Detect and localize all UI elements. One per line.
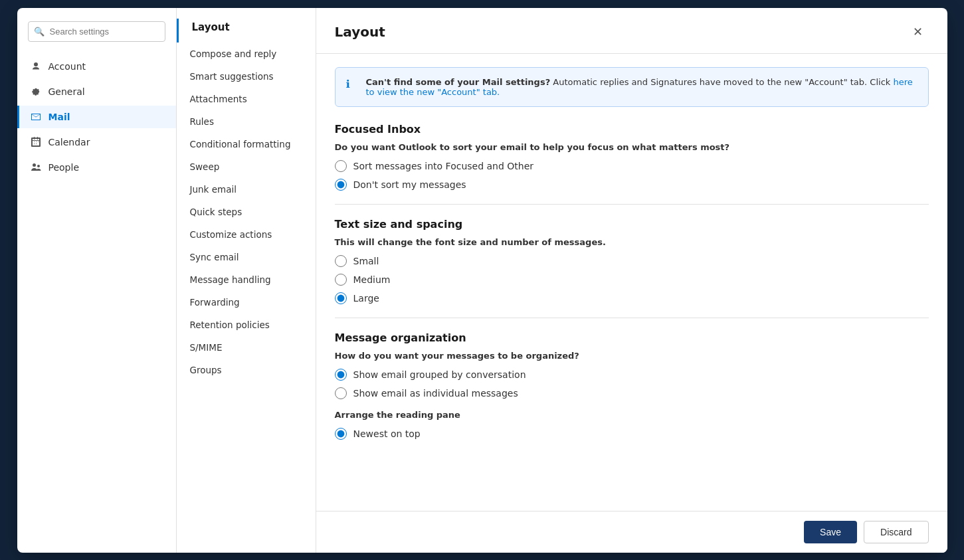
divider-1 [335, 204, 929, 205]
text-size-medium-label: Medium [353, 274, 391, 285]
sidebar-item-calendar[interactable]: Calendar [17, 131, 176, 153]
info-icon: ℹ [346, 78, 359, 97]
people-icon [30, 161, 42, 173]
settings-modal: 🔍 Account [17, 8, 947, 553]
search-input[interactable] [28, 21, 165, 42]
sidebar-item-account[interactable]: Account [17, 55, 176, 78]
text-size-radio-large[interactable] [335, 292, 347, 304]
arrange-pane-label: Arrange the reading pane [335, 410, 929, 420]
save-button[interactable]: Save [804, 521, 857, 543]
main-header: Layout ✕ [316, 8, 947, 54]
middle-nav-item-groups[interactable]: Groups [177, 359, 316, 381]
page-title: Layout [335, 24, 385, 40]
text-size-option-large[interactable]: Large [335, 292, 929, 304]
text-size-option-small[interactable]: Small [335, 255, 929, 267]
sidebar-item-mail-label: Mail [48, 112, 70, 122]
calendar-icon [30, 136, 42, 148]
text-size-desc: This will change the font size and numbe… [335, 237, 929, 247]
message-org-section: Message organization How do you want you… [335, 331, 929, 440]
focused-inbox-radio-dont-sort[interactable] [335, 179, 347, 191]
sidebar-item-general[interactable]: General [17, 80, 176, 103]
focused-inbox-title: Focused Inbox [335, 123, 929, 136]
middle-nav-title: Layout [177, 19, 316, 43]
sidebar-item-people[interactable]: People [17, 156, 176, 179]
message-org-title: Message organization [335, 331, 929, 344]
text-size-section: Text size and spacing This will change t… [335, 218, 929, 304]
mail-icon [30, 111, 42, 123]
close-button[interactable]: ✕ [908, 21, 929, 43]
middle-nav-item-conditional-formatting[interactable]: Conditional formatting [177, 133, 316, 155]
middle-nav-item-message-handling[interactable]: Message handling [177, 268, 316, 291]
info-banner: ℹ Can't find some of your Mail settings?… [335, 67, 929, 107]
middle-nav-item-retention-policies[interactable]: Retention policies [177, 314, 316, 336]
middle-nav-item-compose-reply[interactable]: Compose and reply [177, 43, 316, 65]
arrange-radio-group: Newest on top [335, 428, 929, 440]
modal-footer: Save Discard [316, 511, 947, 553]
text-size-radio-group: Small Medium Large [335, 255, 929, 304]
discard-button[interactable]: Discard [864, 521, 928, 543]
modal-body: 🔍 Account [17, 8, 947, 553]
message-org-radio-individual[interactable] [335, 387, 347, 399]
info-banner-text: Can't find some of your Mail settings? A… [366, 77, 917, 97]
focused-inbox-dont-sort-label: Don't sort my messages [353, 179, 466, 190]
message-org-option-grouped[interactable]: Show email grouped by conversation [335, 369, 929, 381]
middle-nav-item-junk-email[interactable]: Junk email [177, 178, 316, 201]
message-org-desc: How do you want your messages to be orga… [335, 351, 929, 361]
message-org-radio-grouped[interactable] [335, 369, 347, 381]
divider-2 [335, 318, 929, 318]
main-scroll-area: ℹ Can't find some of your Mail settings?… [316, 54, 947, 511]
sidebar-item-mail[interactable]: Mail [17, 106, 176, 128]
middle-nav-item-rules[interactable]: Rules [177, 110, 316, 133]
sidebar-item-general-label: General [48, 86, 85, 97]
middle-nav-item-sweep[interactable]: Sweep [177, 155, 316, 178]
info-banner-bold: Can't find some of your Mail settings? [366, 77, 551, 87]
middle-nav-item-smime[interactable]: S/MIME [177, 336, 316, 359]
middle-nav-item-attachments[interactable]: Attachments [177, 88, 316, 110]
text-size-radio-small[interactable] [335, 255, 347, 267]
focused-inbox-radio-group: Sort messages into Focused and Other Don… [335, 160, 929, 191]
message-org-option-individual[interactable]: Show email as individual messages [335, 387, 929, 399]
focused-inbox-section: Focused Inbox Do you want Outlook to sor… [335, 123, 929, 191]
info-banner-body: Automatic replies and Signatures have mo… [550, 77, 893, 87]
modal-overlay: 🔍 Account [0, 0, 964, 560]
focused-inbox-sort-label: Sort messages into Focused and Other [353, 161, 534, 171]
focused-inbox-radio-sort[interactable] [335, 160, 347, 172]
message-org-radio-group: Show email grouped by conversation Show … [335, 369, 929, 399]
text-size-option-medium[interactable]: Medium [335, 274, 929, 286]
sidebar-item-account-label: Account [48, 61, 86, 72]
text-size-title: Text size and spacing [335, 218, 929, 231]
focused-inbox-desc: Do you want Outlook to sort your email t… [335, 142, 929, 152]
text-size-small-label: Small [353, 256, 379, 266]
text-size-large-label: Large [353, 293, 379, 304]
middle-nav-item-smart-suggestions[interactable]: Smart suggestions [177, 65, 316, 88]
arrange-radio-newest-top[interactable] [335, 428, 347, 440]
middle-nav: Layout Compose and reply Smart suggestio… [177, 8, 316, 553]
focused-inbox-option-sort[interactable]: Sort messages into Focused and Other [335, 160, 929, 172]
sidebar-item-calendar-label: Calendar [48, 137, 90, 147]
middle-nav-item-customize-actions[interactable]: Customize actions [177, 223, 316, 246]
sidebar: 🔍 Account [17, 8, 177, 553]
search-icon: 🔍 [34, 27, 45, 37]
search-box: 🔍 [28, 21, 165, 42]
person-icon [30, 60, 42, 72]
message-org-individual-label: Show email as individual messages [353, 388, 518, 399]
arrange-option-newest-top[interactable]: Newest on top [335, 428, 929, 440]
focused-inbox-option-dont-sort[interactable]: Don't sort my messages [335, 179, 929, 191]
gear-icon [30, 86, 42, 98]
middle-nav-item-sync-email[interactable]: Sync email [177, 246, 316, 268]
message-org-grouped-label: Show email grouped by conversation [353, 369, 526, 380]
sidebar-item-people-label: People [48, 162, 80, 173]
text-size-radio-medium[interactable] [335, 274, 347, 286]
middle-nav-item-quick-steps[interactable]: Quick steps [177, 201, 316, 223]
middle-nav-item-forwarding[interactable]: Forwarding [177, 291, 316, 314]
main-content: Layout ✕ ℹ Can't find some of your Mail … [316, 8, 947, 553]
arrange-newest-top-label: Newest on top [353, 428, 421, 439]
